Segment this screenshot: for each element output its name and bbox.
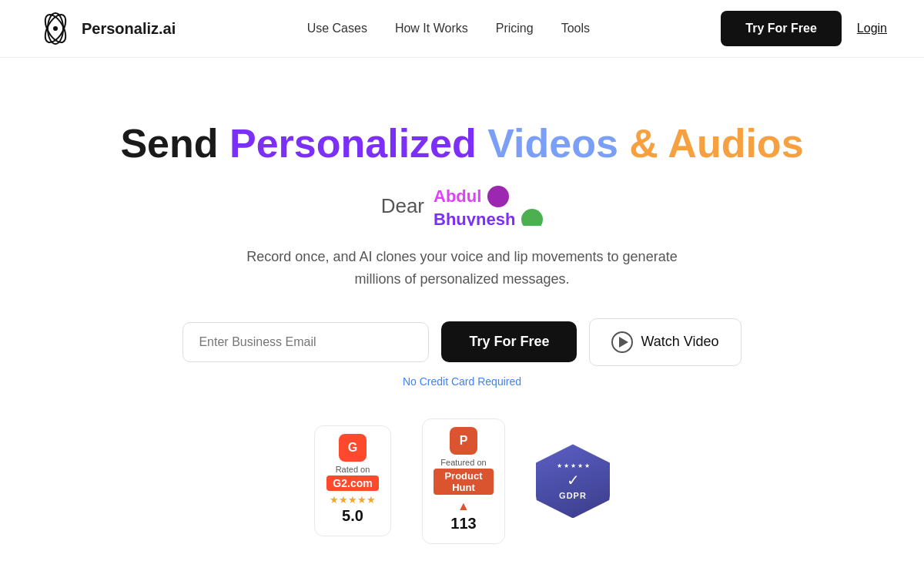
hero-section: Send Personalized Videos & Audios Dear A… [0, 58, 924, 575]
nav-actions: Try For Free Login [721, 11, 887, 46]
play-triangle [619, 337, 628, 348]
nav-how-it-works[interactable]: How It Works [395, 22, 468, 35]
navbar: Personaliz.ai Use Cases How It Works Pri… [0, 0, 924, 58]
nav-links: Use Cases How It Works Pricing Tools [307, 22, 590, 35]
nav-use-cases[interactable]: Use Cases [307, 22, 367, 35]
g2-score: 5.0 [342, 507, 363, 525]
name-item-2: Bhuynesh [434, 209, 543, 226]
hero-title-send: Send [120, 121, 229, 166]
svg-point-3 [53, 26, 58, 31]
hero-title: Send Personalized Videos & Audios [120, 119, 803, 167]
g2-stars: ★★★★★ [330, 494, 376, 506]
nav-pricing[interactable]: Pricing [496, 22, 534, 35]
hero-names-area: Dear Abdul Bhuynesh [331, 186, 593, 226]
product-hunt-badge: P Featured on Product Hunt ▲ 113 [422, 418, 505, 544]
logo-icon [37, 10, 74, 47]
dear-text: Dear [381, 194, 424, 218]
g2-logo: G2.com [326, 476, 378, 491]
g2-rated-label: Rated on [336, 465, 370, 474]
no-credit-text: No Credit Card Required [403, 375, 521, 388]
ph-logo: Product Hunt [434, 469, 494, 495]
hero-try-free-button[interactable]: Try For Free [441, 321, 577, 362]
logo[interactable]: Personaliz.ai [37, 10, 176, 47]
hero-title-audios: Audios [668, 121, 803, 166]
ph-score: 113 [450, 515, 476, 533]
g2-badge: G Rated on G2.com ★★★★★ 5.0 [314, 425, 391, 536]
nav-try-free-button[interactable]: Try For Free [721, 11, 841, 46]
hero-title-personalized: Personalized [229, 121, 477, 166]
ph-icon: P [450, 427, 477, 455]
ph-featured-label: Featured on [440, 458, 486, 467]
name-text-1: Abdul [434, 187, 481, 207]
watch-video-button[interactable]: Watch Video [589, 318, 741, 366]
watch-video-label: Watch Video [641, 334, 718, 350]
avatar-1 [487, 186, 509, 207]
g2-icon: G [339, 434, 367, 462]
name-item-1: Abdul [434, 186, 509, 207]
ph-arrow-icon: ▲ [457, 499, 470, 513]
logo-text: Personaliz.ai [82, 20, 176, 38]
name-text-2: Bhuynesh [434, 210, 515, 226]
play-icon [611, 331, 633, 353]
nav-login-button[interactable]: Login [857, 22, 887, 35]
nav-tools[interactable]: Tools [561, 22, 590, 35]
badges-row: G Rated on G2.com ★★★★★ 5.0 P Featured o… [314, 418, 610, 544]
gdpr-label: GDPR [559, 491, 587, 500]
gdpr-check-icon: ✓ [567, 471, 580, 489]
names-stack: Abdul Bhuynesh [434, 186, 543, 226]
hero-title-videos: Videos [487, 121, 618, 166]
cta-row: Try For Free Watch Video [182, 318, 741, 366]
email-input[interactable] [182, 322, 429, 362]
avatar-2 [521, 209, 543, 226]
hero-subtitle: Record once, and AI clones your voice an… [223, 246, 701, 291]
hero-title-amp: & [618, 121, 668, 166]
gdpr-badge: ★ ★ ★ ★ ★ ✓ GDPR [536, 444, 610, 518]
hero-title-space [477, 121, 487, 166]
gdpr-stars: ★ ★ ★ ★ ★ [557, 462, 590, 469]
